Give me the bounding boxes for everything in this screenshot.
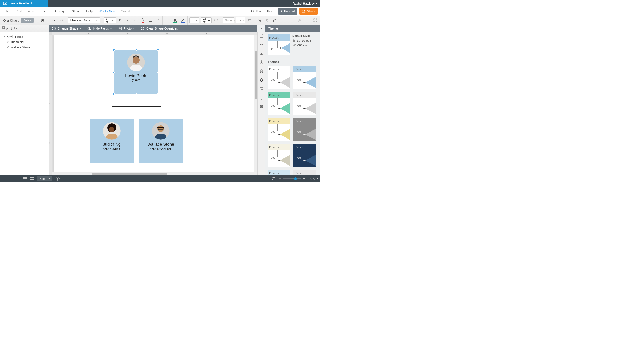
ruler-vertical: 1 2 3 bbox=[49, 36, 52, 176]
menu-insert[interactable]: Insert bbox=[38, 8, 52, 14]
theme-swatch[interactable]: Process yes bbox=[293, 92, 316, 116]
underline-icon[interactable]: U bbox=[132, 17, 138, 23]
menu-view[interactable]: View bbox=[25, 8, 38, 14]
theme-swatch[interactable]: Process yes bbox=[293, 144, 316, 168]
line-width-select[interactable]: 0.5 px▴▾ bbox=[201, 18, 212, 23]
layers-icon[interactable] bbox=[259, 69, 264, 73]
theme-swatch[interactable]: Process yes bbox=[293, 170, 316, 176]
theme-swatch[interactable]: Process yes bbox=[268, 66, 290, 90]
org-node-vp-sales[interactable]: Judith Ng VP Sales bbox=[90, 119, 134, 163]
undo-icon[interactable] bbox=[51, 17, 57, 23]
wrench-icon[interactable] bbox=[297, 17, 303, 23]
canvas[interactable]: 1 2 3 4 5 1 2 3 Kevin Peets CEO bbox=[49, 32, 257, 176]
tree-child[interactable]: Wallace Stone bbox=[0, 45, 49, 50]
org-node-vp-product[interactable]: Wallace Stone VP Product bbox=[139, 119, 183, 163]
feature-find[interactable]: Feature Find bbox=[249, 10, 273, 13]
sync-icon[interactable] bbox=[272, 177, 276, 181]
redo-icon[interactable] bbox=[58, 17, 64, 23]
comment-icon[interactable]: ❝❞ bbox=[259, 42, 264, 47]
set-default-button[interactable]: Set Default bbox=[292, 39, 318, 42]
svg-point-2 bbox=[302, 10, 303, 11]
user-menu[interactable]: Rachel Hawkley▾ bbox=[293, 2, 320, 5]
page-selector[interactable]: Page 1▾ bbox=[37, 176, 53, 181]
connector[interactable] bbox=[136, 94, 137, 106]
shape-insert-tool[interactable]: ▾ bbox=[2, 26, 9, 30]
theme-panel: Process yes Default Style Set Default Ap… bbox=[265, 32, 320, 176]
close-context-icon[interactable]: ✕ bbox=[38, 18, 47, 23]
zoom-value[interactable]: 110% bbox=[307, 177, 315, 180]
titlebar: Company Org Chart Rachel Hawkley▾ bbox=[0, 0, 320, 7]
svg-rect-26 bbox=[3, 2, 7, 5]
lock-icon[interactable] bbox=[272, 17, 278, 23]
page-surface[interactable]: Kevin Peets CEO Judith Ng bbox=[54, 36, 255, 174]
theme-swatch[interactable]: Process yes bbox=[268, 92, 290, 116]
menu-help[interactable]: Help bbox=[83, 8, 96, 14]
shape-palette-tools: ▾ ▾ bbox=[0, 25, 49, 32]
menu-share[interactable]: Share bbox=[69, 8, 83, 14]
change-shape-button[interactable]: Change Shape▾ bbox=[49, 25, 84, 32]
menu-file[interactable]: File bbox=[2, 8, 14, 14]
theme-swatch[interactable]: Process yes bbox=[293, 118, 316, 142]
photo-button[interactable]: Photo▾ bbox=[115, 25, 138, 32]
svg-rect-5 bbox=[274, 20, 276, 22]
list-view-icon[interactable] bbox=[23, 177, 27, 180]
history-icon[interactable] bbox=[259, 60, 264, 64]
theme-swatch[interactable]: Process yes bbox=[268, 170, 290, 176]
arrow-start-select[interactable]: None▼ bbox=[223, 18, 234, 23]
tree-child[interactable]: Judith Ng bbox=[0, 40, 49, 45]
panel-collapse-button[interactable]: ›› bbox=[257, 25, 265, 32]
arrow-end-select[interactable]: ▼ bbox=[236, 17, 245, 23]
shape-library-tool[interactable]: ▾ bbox=[11, 26, 17, 30]
shape-border-icon[interactable] bbox=[165, 17, 171, 23]
svg-point-13 bbox=[133, 57, 140, 64]
swap-arrows-icon[interactable] bbox=[247, 17, 253, 23]
avatar-icon bbox=[152, 122, 170, 140]
hide-fields-button[interactable]: Hide Fields▾ bbox=[84, 25, 115, 32]
font-size-select[interactable]: 8 pt▼ bbox=[104, 18, 116, 23]
chat-icon[interactable] bbox=[259, 86, 264, 91]
clear-overrides-button[interactable]: Clear Shape Overrides bbox=[138, 25, 181, 32]
italic-icon[interactable]: I bbox=[125, 17, 131, 23]
org-node-ceo[interactable]: Kevin Peets CEO bbox=[114, 50, 158, 94]
font-family-select[interactable]: Liberation Sans▼ bbox=[68, 18, 100, 23]
page-icon[interactable] bbox=[259, 34, 264, 38]
leave-feedback-button[interactable]: Leave Feedback bbox=[0, 0, 48, 6]
data-icon[interactable] bbox=[259, 96, 264, 100]
align-icon[interactable] bbox=[147, 17, 153, 23]
connector[interactable] bbox=[112, 106, 112, 119]
line-color-icon[interactable] bbox=[180, 17, 186, 23]
zoom-slider[interactable] bbox=[283, 178, 301, 179]
svg-rect-6 bbox=[3, 27, 5, 28]
zoom-out-icon[interactable]: − bbox=[279, 176, 281, 181]
apply-all-button[interactable]: Apply All bbox=[292, 43, 318, 46]
grid-view-icon[interactable] bbox=[30, 177, 34, 180]
text-color-icon[interactable]: A bbox=[140, 17, 146, 23]
presentation-icon[interactable] bbox=[259, 51, 264, 56]
share-button[interactable]: Share bbox=[299, 8, 318, 14]
theme-icon[interactable] bbox=[259, 78, 264, 82]
line-style-select[interactable]: ▼ bbox=[189, 18, 199, 23]
horizontal-scrollbar[interactable] bbox=[52, 172, 257, 176]
zoom-in-icon[interactable]: + bbox=[303, 177, 305, 181]
menu-whats-new[interactable]: What's New bbox=[96, 8, 118, 14]
connector[interactable] bbox=[161, 106, 161, 119]
connector[interactable] bbox=[112, 106, 161, 107]
tree-root[interactable]: ▼Kevin Peets bbox=[0, 34, 49, 40]
fill-color-icon[interactable] bbox=[172, 17, 178, 23]
line-corners-icon[interactable] bbox=[213, 17, 219, 23]
menu-edit[interactable]: Edit bbox=[14, 8, 25, 14]
theme-swatch[interactable]: Process yes bbox=[268, 118, 290, 142]
theme-swatch[interactable]: Process yes bbox=[268, 144, 290, 168]
present-button[interactable]: Present bbox=[278, 8, 297, 14]
sparkle-icon[interactable] bbox=[259, 104, 264, 109]
theme-swatch[interactable]: Process yes bbox=[293, 66, 316, 90]
link-icon[interactable] bbox=[257, 17, 263, 23]
fullscreen-icon[interactable] bbox=[312, 17, 318, 23]
add-page-icon[interactable] bbox=[56, 177, 60, 181]
beta-badge[interactable]: Beta ▾ bbox=[21, 18, 34, 23]
magnet-icon[interactable] bbox=[264, 17, 270, 23]
bold-icon[interactable]: B bbox=[117, 17, 123, 23]
vertical-scrollbar[interactable] bbox=[254, 36, 257, 172]
menu-arrange[interactable]: Arrange bbox=[52, 8, 69, 14]
text-options-icon[interactable]: T↗ bbox=[155, 17, 161, 23]
